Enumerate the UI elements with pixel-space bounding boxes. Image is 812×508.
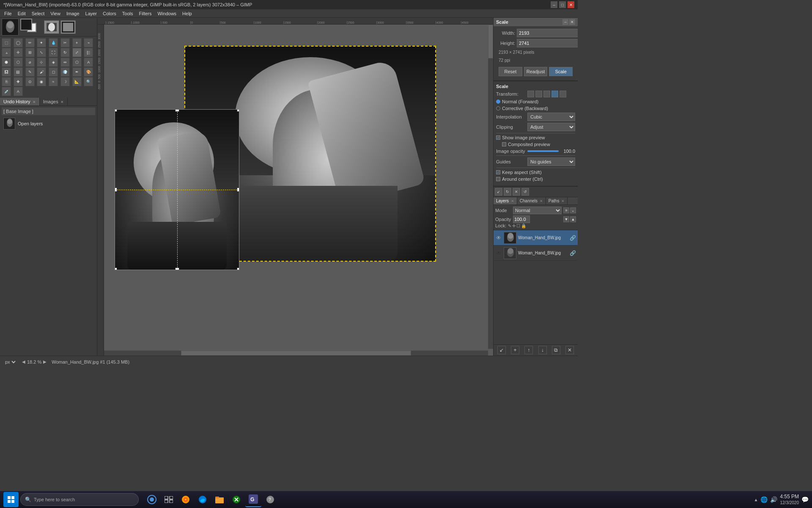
tool-free-select[interactable]: ✏ [25,38,35,47]
scale-dialog-close[interactable]: ✕ [569,19,575,25]
layer-1-visibility[interactable]: 👁 [495,235,502,241]
tool-rect-select[interactable]: ⬚ [2,38,11,47]
layer-item-2[interactable]: 👁 Woman_Hand_BW.jpg 🔗 [494,246,578,261]
base-image-item[interactable]: [ Base Image ] [2,108,95,115]
tool-eraser[interactable]: ◻ [49,67,58,77]
tool-scissors[interactable]: ✂ [60,38,70,47]
menu-layer[interactable]: Layer [83,10,100,17]
tool-mypaint-brush[interactable]: 🎨 [84,67,93,77]
interpolation-select[interactable]: Cubic None Linear NoHalo LoHalo [527,113,575,121]
lock-all-icon[interactable]: 🔒 [521,224,526,228]
layer-footer-add[interactable]: + [511,346,519,354]
tool-align[interactable]: ⊞ [25,48,35,57]
layer-footer-duplicate[interactable]: ⧉ [552,346,560,354]
overlay-image-layer[interactable] [115,109,239,270]
zoom-arrow-left[interactable]: ◀ [22,359,25,364]
tool-text[interactable]: A [84,58,93,67]
tool-paint-select[interactable]: ⟁ [2,48,11,57]
tool-paths[interactable]: ⌁ [84,38,93,47]
tab-undo-history[interactable]: Undo History ✕ [0,98,40,105]
open-layers-item[interactable]: Open layers [2,116,95,131]
minimize-button[interactable]: – [551,1,557,8]
tool-scale[interactable]: ⤢ [72,48,82,57]
brush-preview[interactable] [44,20,59,34]
transform-handle-br[interactable] [237,268,239,270]
clipping-select[interactable]: Adjust Clip Crop to result Crop with asp… [527,123,575,131]
mode-extra-btn[interactable]: ⌄ [570,207,576,213]
transform-handle-bc[interactable] [175,268,179,270]
tool-handle-transform[interactable]: ⊹ [37,58,46,67]
tool-rotate[interactable]: ↻ [60,48,70,57]
scale-dialog-minimize[interactable]: – [562,19,568,25]
lock-alpha-icon[interactable]: ☐ [516,224,520,228]
layers-toolbar-btn-2[interactable]: ↻ [504,188,511,196]
layer-footer-delete[interactable]: ✕ [565,346,574,354]
canvas-area[interactable]: -1500 -1000 -500 0 500 1000 1500 2000 25… [97,18,493,356]
menu-view[interactable]: View [48,10,63,17]
layer-item-1[interactable]: 👁 Woman_Hand_BW.jpg 🔗 [494,230,578,246]
mode-legacy-btn[interactable]: ≡ [563,207,569,213]
tool-flip[interactable]: ⇔ [60,58,70,67]
layer-footer-new-from-visible[interactable]: ↙ [497,346,506,354]
layer-preview[interactable] [60,20,76,34]
tool-color-picker[interactable]: 💉 [2,87,11,96]
tool-unified-transform[interactable]: ◈ [49,58,58,67]
menu-select[interactable]: Select [29,10,47,17]
transform-icon-3[interactable] [543,91,550,97]
close-channels-tab[interactable]: ✕ [540,199,543,203]
tool-perspective-clone[interactable]: ⊙ [25,77,35,86]
opacity-increase-btn[interactable]: ▲ [570,216,576,222]
tool-move[interactable]: ✛ [14,48,23,57]
opacity-decrease-btn[interactable]: ▼ [563,216,569,222]
vertical-scrollbar-thumb[interactable] [488,25,493,58]
checkbox-around-center[interactable] [496,177,500,181]
checkbox-composited-preview[interactable] [502,142,506,146]
tool-a[interactable]: A [14,87,23,96]
close-undo-history[interactable]: ✕ [33,100,36,104]
tool-zoom[interactable]: 🔍 [84,77,93,86]
layer-2-chain[interactable]: 🔗 [570,250,576,256]
tool-clone[interactable]: ⎘ [2,77,11,86]
opacity-slider[interactable] [527,150,559,152]
transform-handle-tl[interactable] [115,109,117,112]
horizontal-scrollbar[interactable] [104,351,488,356]
tool-cage-transform[interactable]: ⬠ [72,58,82,67]
tool-crop[interactable]: ⛶ [49,48,58,57]
horizontal-scrollbar-thumb[interactable] [181,351,411,356]
tool-shear[interactable]: ⬱ [84,48,93,57]
canvas-viewport[interactable] [104,25,493,356]
tab-layers[interactable]: Layers ✕ [494,197,517,204]
layer-footer-raise[interactable]: ↑ [524,346,533,354]
height-input[interactable] [517,39,578,47]
opacity-input[interactable] [513,215,530,223]
transform-handle-tr[interactable] [237,109,239,112]
transform-icon-4-active[interactable] [551,91,558,97]
radio-normal[interactable] [496,99,500,104]
menu-colors[interactable]: Colors [100,10,119,17]
tool-healing[interactable]: ✚ [14,77,23,86]
transform-handle-bl[interactable] [115,268,117,270]
tool-foreground-select[interactable]: ⌖ [72,38,82,47]
layer-2-visibility[interactable]: 👁 [495,250,502,257]
tab-channels[interactable]: Channels ✕ [517,197,546,204]
transform-handle-mr[interactable] [237,188,239,192]
checkbox-keep-aspect[interactable] [496,170,500,174]
checkbox-show-image-preview[interactable] [496,135,500,140]
close-layers-tab[interactable]: ✕ [511,199,514,203]
menu-filters[interactable]: Filters [137,10,154,17]
close-images[interactable]: ✕ [60,100,64,104]
mode-select[interactable]: Normal Multiply Screen Overlay [513,207,562,214]
tool-fuzzy-select[interactable]: ✦ [37,38,46,47]
foreground-color[interactable] [20,19,32,30]
tool-transform[interactable]: ⤡ [37,48,46,57]
image-thumbnail[interactable] [2,19,19,36]
tool-paintbrush[interactable]: 🖌 [37,67,46,77]
tool-blur-sharpen[interactable]: ◉ [37,77,46,86]
tool-warp-transform[interactable]: ⌀ [25,58,35,67]
lock-pixels-icon[interactable]: ✎ [508,224,511,228]
tool-ellipse-select[interactable]: ◯ [14,38,23,47]
tool-measure[interactable]: 📐 [72,77,82,86]
close-button[interactable]: ✕ [568,1,574,8]
vertical-scrollbar[interactable] [488,25,493,349]
tool-smudge[interactable]: ≈ [49,77,58,86]
